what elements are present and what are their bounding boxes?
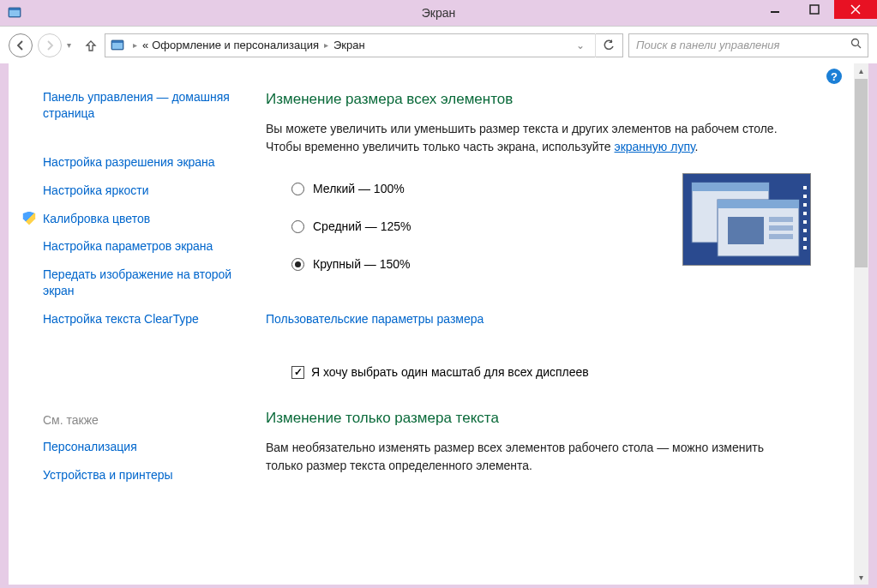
radio-label: Средний — 125% — [313, 219, 411, 233]
navigation-bar: ▾ ▸ « Оформление и персонализация ▸ Экра… — [0, 26, 877, 63]
svg-rect-17 — [769, 225, 793, 231]
sidebar-item-cleartype[interactable]: Настройка текста ClearType — [43, 311, 255, 327]
breadcrumb-chevron[interactable]: ▸ — [322, 40, 330, 50]
svg-rect-18 — [769, 234, 793, 239]
svg-point-8 — [852, 39, 859, 46]
radio-medium[interactable]: Средний — 125% — [291, 219, 411, 233]
radio-icon — [291, 220, 304, 233]
sidebar-item-brightness[interactable]: Настройка яркости — [43, 183, 255, 199]
refresh-button[interactable] — [595, 33, 621, 57]
sidebar-item-project[interactable]: Передать изображение на второй экран — [43, 267, 255, 299]
checkbox-icon: ✓ — [291, 366, 304, 379]
up-button[interactable] — [82, 39, 99, 52]
svg-rect-20 — [803, 195, 807, 198]
radio-icon — [291, 183, 304, 195]
close-button[interactable] — [834, 0, 877, 19]
vertical-scrollbar[interactable]: ▴ ▾ — [854, 63, 868, 585]
svg-rect-21 — [803, 203, 807, 207]
titlebar: Экран — [0, 0, 877, 26]
search-icon[interactable] — [850, 38, 862, 52]
svg-rect-23 — [803, 220, 807, 224]
sidebar-item-display-settings[interactable]: Настройка параметров экрана — [43, 238, 255, 255]
svg-rect-19 — [803, 186, 807, 189]
sidebar: Панель управления — домашняя страница На… — [9, 63, 266, 585]
description-text: Вы можете увеличить или уменьшить размер… — [266, 122, 778, 153]
breadcrumb-item-appearance[interactable]: Оформление и персонализация — [152, 39, 319, 51]
single-scale-checkbox-row[interactable]: ✓ Я хочу выбрать один масштаб для всех д… — [266, 365, 828, 379]
preview-image — [682, 173, 811, 266]
svg-rect-25 — [803, 237, 807, 241]
breadcrumb[interactable]: ▸ « Оформление и персонализация ▸ Экран … — [105, 33, 623, 57]
svg-rect-15 — [728, 217, 764, 244]
see-also-devices[interactable]: Устройства и принтеры — [43, 467, 255, 483]
see-also-heading: См. также — [43, 413, 255, 427]
scroll-down-button[interactable]: ▾ — [854, 570, 868, 585]
sidebar-item-color-calibration[interactable]: Калибровка цветов — [43, 211, 255, 227]
custom-scaling-link[interactable]: Пользовательские параметры размера — [266, 312, 828, 326]
heading-text-size: Изменение только размера текста — [266, 410, 828, 427]
history-dropdown[interactable]: ▾ — [67, 40, 77, 50]
control-panel-icon — [109, 36, 128, 55]
svg-rect-14 — [718, 200, 799, 208]
sidebar-home-link[interactable]: Панель управления — домашняя страница — [43, 89, 255, 122]
content-area: Панель управления — домашняя страница На… — [9, 63, 868, 585]
magnifier-link[interactable]: экранную лупу — [615, 140, 695, 153]
maximize-button[interactable] — [795, 0, 834, 19]
minimize-button[interactable] — [755, 0, 795, 19]
radio-small[interactable]: Мелкий — 100% — [291, 182, 411, 195]
checkbox-label: Я хочу выбрать один масштаб для всех дис… — [311, 365, 589, 379]
search-box[interactable] — [628, 33, 868, 57]
breadcrumb-prefix: « — [142, 39, 148, 51]
description-text-size: Вам необязательно изменять размер всех э… — [266, 439, 789, 475]
svg-rect-22 — [803, 212, 807, 215]
heading-resize-all: Изменение размера всех элементов — [266, 91, 828, 108]
breadcrumb-dropdown[interactable]: ⌄ — [574, 39, 586, 51]
description-resize-all: Вы можете увеличить или уменьшить размер… — [266, 120, 789, 156]
breadcrumb-chevron[interactable]: ▸ — [131, 40, 139, 50]
breadcrumb-item-display[interactable]: Экран — [333, 39, 365, 51]
radio-icon — [291, 258, 304, 271]
svg-rect-26 — [803, 246, 807, 249]
help-icon[interactable]: ? — [826, 69, 842, 84]
svg-line-9 — [858, 45, 862, 49]
svg-rect-12 — [692, 183, 769, 191]
see-also-personalization[interactable]: Персонализация — [43, 439, 255, 455]
svg-rect-24 — [803, 229, 807, 232]
svg-rect-3 — [810, 5, 819, 14]
svg-rect-1 — [9, 10, 20, 16]
scroll-thumb[interactable] — [855, 79, 868, 267]
radio-large[interactable]: Крупный — 150% — [291, 257, 411, 271]
scroll-up-button[interactable]: ▴ — [854, 63, 868, 78]
radio-label: Крупный — 150% — [313, 257, 411, 271]
back-button[interactable] — [9, 33, 33, 57]
search-input[interactable] — [634, 38, 850, 52]
svg-rect-7 — [112, 43, 123, 49]
window-icon — [7, 4, 24, 21]
svg-rect-16 — [769, 217, 793, 222]
scale-radio-group: Мелкий — 100% Средний — 125% Крупный — 1… — [266, 173, 411, 295]
radio-label: Мелкий — 100% — [313, 182, 405, 195]
period: . — [695, 140, 699, 153]
scroll-track[interactable] — [854, 268, 868, 570]
forward-button[interactable] — [38, 33, 62, 57]
main-content: ? Изменение размера всех элементов Вы мо… — [266, 63, 854, 585]
sidebar-item-resolution[interactable]: Настройка разрешения экрана — [43, 154, 255, 171]
window-title: Экран — [422, 6, 456, 20]
